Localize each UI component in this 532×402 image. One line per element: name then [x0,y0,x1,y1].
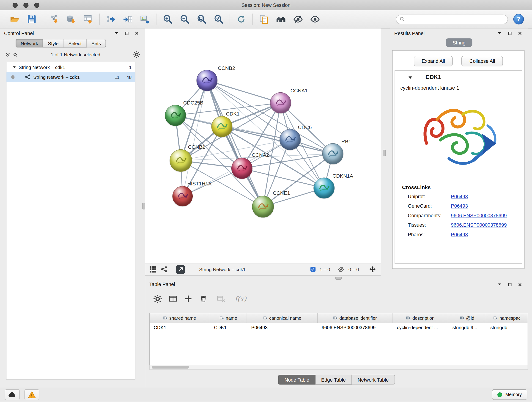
hide-selected-button[interactable] [289,12,306,27]
show-neighborhood-button[interactable] [272,12,289,27]
copy-document-button[interactable] [255,12,272,27]
table-settings-gear-icon[interactable] [153,294,162,303]
apply-layout-button[interactable] [233,12,250,27]
search-input[interactable] [407,16,504,22]
network-row[interactable]: String Network – cdk1 11 48 [6,72,135,82]
column-header[interactable]: canonical name [247,313,317,323]
left-splitter-handle[interactable] [142,203,145,210]
network-collection-row[interactable]: String Network – cdk1 1 [6,62,135,72]
network-edge[interactable] [183,80,207,196]
section-collapse-icon[interactable] [408,76,413,79]
collapse-all-button[interactable]: Collapse All [462,56,503,66]
import-network-from-database-button[interactable] [63,12,80,27]
network-node-CCNA2[interactable] [231,158,253,179]
show-all-button[interactable] [306,12,323,27]
panel-menu-icon[interactable] [112,30,120,37]
cell-description[interactable]: cyclin-dependent ... [393,323,448,332]
panel-close-icon[interactable] [516,30,524,37]
open-view-in-new-window-button[interactable] [176,265,185,274]
help-button[interactable]: ? [513,14,524,25]
tab-string[interactable]: String [446,38,472,47]
import-table-from-file-button[interactable] [80,12,97,27]
network-node-CCNB2[interactable] [196,70,217,91]
tab-network[interactable]: Network [16,39,43,47]
expand-all-button[interactable]: Expand All [414,56,453,66]
column-header[interactable]: @id [448,313,486,323]
birdseye-view-icon[interactable] [149,266,157,273]
zoom-in-button[interactable] [159,12,176,27]
table-horizontal-scrollbar[interactable] [149,365,528,370]
column-header[interactable]: database identifier [317,313,393,323]
column-header[interactable]: shared name [150,313,210,323]
share-network-icon[interactable] [160,266,167,273]
pan-move-icon[interactable] [368,265,377,273]
crosslink-link[interactable]: 9606.ENSP00000378699 [451,222,507,228]
network-node-CCNE1[interactable] [252,196,274,217]
network-node-CDKN1A[interactable] [313,178,335,199]
tab-style[interactable]: Style [43,39,64,47]
expand-all-icon[interactable] [13,52,18,57]
network-to-table-button[interactable] [119,12,136,27]
zoom-out-button[interactable] [176,12,193,27]
column-header[interactable]: namespac [486,313,527,323]
collapse-all-icon[interactable] [6,52,10,57]
add-column-icon[interactable] [184,294,192,303]
cell-name[interactable]: CDK1 [210,323,247,332]
network-edge[interactable] [242,168,324,188]
panel-menu-icon[interactable] [495,30,504,37]
export-image-button[interactable] [136,12,153,27]
crosslink-link[interactable]: P06493 [451,194,468,199]
panel-float-icon[interactable] [506,30,514,37]
zoom-selected-button[interactable] [210,12,227,27]
network-canvas[interactable]: CCNB2CCNA1CDC25BCDK1CDC6RB1CCNB1CCNA2CDK… [145,28,381,263]
tab-select[interactable]: Select [64,39,87,47]
tree-expand-icon[interactable] [13,66,16,69]
cell-database-identifier[interactable]: 9606.ENSP00000378699 [317,323,393,332]
cell-canonical-name[interactable]: P06493 [247,323,317,332]
open-session-button[interactable] [6,12,23,27]
scrollbar-thumb[interactable] [152,366,189,369]
crosslink-link[interactable]: 9606.ENSP00000378699 [451,213,507,218]
panel-float-icon[interactable] [506,281,514,288]
delete-column-icon[interactable] [199,294,208,303]
memory-button[interactable]: Memory [492,389,527,400]
save-session-button[interactable] [23,12,40,27]
bottom-splitter-handle[interactable] [335,277,342,280]
search-box[interactable] [396,14,508,24]
panel-menu-icon[interactable] [495,281,504,288]
warnings-button[interactable] [25,389,39,400]
crosslink-link[interactable]: P06493 [451,203,468,209]
panel-close-icon[interactable] [516,281,524,288]
cloud-status-button[interactable] [5,389,20,400]
crosslink-link[interactable]: P06493 [451,232,468,237]
network-node-CCNB1[interactable] [170,149,192,172]
cell-id[interactable]: stringdb:9... [448,323,486,332]
tab-node-table[interactable]: Node Table [278,375,316,385]
table-row[interactable]: CDK1 CDK1 P06493 9606.ENSP00000378699 cy… [150,323,528,332]
select-columns-icon[interactable] [169,294,177,303]
network-edge[interactable] [207,80,263,207]
panel-float-icon[interactable] [123,30,131,37]
cell-shared-name[interactable]: CDK1 [150,323,210,332]
right-splitter-handle[interactable] [383,150,386,156]
panel-close-icon[interactable] [133,30,141,37]
selected-checkbox-icon[interactable] [310,267,316,272]
column-header[interactable]: description [393,313,448,323]
zoom-fit-button[interactable] [193,12,210,27]
network-node-HIST1H1A[interactable] [172,186,193,206]
function-builder-button[interactable]: f(x) [235,294,247,303]
import-network-from-file-button[interactable] [46,12,63,27]
tab-sets[interactable]: Sets [87,39,106,47]
tab-network-table[interactable]: Network Table [352,375,395,385]
network-edge[interactable] [207,80,280,103]
tab-edge-table[interactable]: Edge Table [316,375,352,385]
network-options-gear-icon[interactable] [133,51,140,58]
network-node-CDC6[interactable] [279,129,301,150]
cell-namespace[interactable]: stringdb [486,323,527,332]
new-network-from-selection-button[interactable] [102,12,119,27]
column-header[interactable]: name [210,313,247,323]
network-node-CDK1[interactable] [211,116,233,137]
network-node-RB1[interactable] [322,143,343,164]
network-node-CDC25B[interactable] [165,105,186,126]
network-node-CCNA1[interactable] [270,92,291,114]
